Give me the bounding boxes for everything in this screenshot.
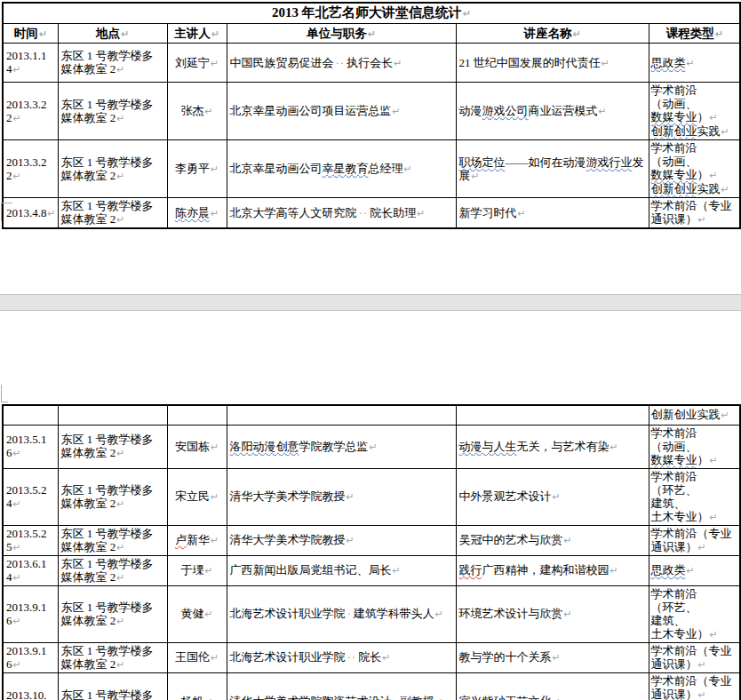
table-cell[interactable]: 卢新华↵ [167, 525, 227, 555]
table-cell[interactable]: 北海艺术设计职业学院··院长↵ [227, 642, 456, 672]
table-cell[interactable]: 动漫游戏公司商业运营模式↵ [456, 83, 649, 140]
table-cell[interactable]: 学术前沿（专业 通识课）↵ [649, 525, 740, 555]
table-cell[interactable]: 东区 1 号教学楼多 媒体教室 2↵ [58, 83, 167, 140]
column-header-2[interactable]: 主讲人↵ [167, 24, 227, 44]
table-cell[interactable]: 学术前沿（环艺、 建筑、土木专业）↵ [649, 585, 740, 642]
table-cell[interactable]: 中国民族贸易促进会··执行会长↵ [227, 44, 456, 83]
paragraph-mark-icon: ↵ [12, 659, 21, 671]
table-cell[interactable]: 中外景观艺术设计↵ [456, 468, 649, 525]
table-row: 2013.4.8↵东区 1 号教学楼多 媒体教室 2↵陈亦晨↵北京大学高等人文研… [3, 198, 740, 229]
table-cell[interactable]: 2013.1.1 4↵ [3, 44, 58, 83]
table-cell[interactable]: 洛阳动漫创意学院教学总监↵ [227, 425, 456, 468]
cell-paragraph: 21 世纪中国发展的时代责任↵ [459, 56, 646, 70]
table-cell[interactable]: 清华大学美术学院教授↵ [227, 468, 456, 525]
table-cell[interactable]: 陈亦晨↵ [167, 198, 227, 229]
table-cell[interactable]: 安国栋↵ [167, 425, 227, 468]
text-run: 环境艺术设计与欣赏 [459, 607, 563, 620]
cell-paragraph: 宜兴紫砂工艺文化↵ [459, 695, 646, 700]
table-cell[interactable]: 东区 1 号教学楼多 媒体教室 2↵ [58, 555, 167, 585]
table-cell[interactable]: 广西新闻出版局党组书记、局长↵ [227, 555, 456, 585]
table-cell[interactable]: 新学习时代↵ [456, 198, 649, 229]
table-cell[interactable]: 东区 1 号教学楼多 媒体教室 2↵ [58, 198, 167, 229]
margin-crop-mark-icon [1, 385, 8, 402]
table-cell[interactable]: 于瑮↵ [167, 555, 227, 585]
table-cell[interactable]: 21 世纪中国发展的时代责任↵ [456, 44, 649, 83]
table-cell[interactable]: 北京幸星动画公司项目运营总监↵ [227, 83, 456, 140]
table-cell[interactable]: 宜兴紫砂工艺文化↵ [456, 672, 649, 700]
lecture-table-page2: 创新创业实践↵2013.5.1 6↵东区 1 号教学楼多 媒体教室 2↵安国栋↵… [2, 404, 741, 700]
column-header-5[interactable]: 课程类型↵ [649, 24, 740, 44]
paragraph-mark-icon: ↵ [47, 208, 56, 219]
table-cell[interactable]: 东区 1 号教学楼多 媒体教室 2↵ [58, 525, 167, 555]
table-cell[interactable]: 李勇平↵ [167, 140, 227, 198]
paragraph-mark-icon: ↵ [462, 8, 471, 20]
table-cell[interactable]: 东区 1 号教学楼多 媒体教室 2↵ [58, 140, 167, 198]
table-cell[interactable]: 2013.5.1 6↵ [3, 425, 58, 468]
cell-paragraph: 动漫游戏公司商业运营模式↵ [459, 104, 646, 118]
table-cell[interactable]: 2013.5.2 4↵ [3, 468, 58, 525]
table-cell[interactable]: 2013.3.2 2↵ [3, 83, 58, 140]
table-cell[interactable]: 学术前沿（动画、 数媒专业）↵创新创业实践↵ [649, 83, 740, 140]
table-cell[interactable]: 学术前沿（专业 通识课）↵ [649, 198, 740, 229]
table-row: 2013.5.2 4↵东区 1 号教学楼多 媒体教室 2↵宋立民↵清华大学美术学… [3, 468, 740, 525]
table-cell[interactable]: 2013.5.2 5↵ [3, 525, 58, 555]
table-cell[interactable]: 2013.10. 14↵ [3, 672, 58, 700]
table-cell[interactable]: 2013.9.1 6↵ [3, 642, 58, 672]
table-cell[interactable]: 清华大学美术学院教授↵ [227, 525, 456, 555]
table-cell[interactable]: 教与学的十个关系↵ [456, 642, 649, 672]
column-header-0[interactable]: 时间↵ [3, 24, 58, 44]
table-cell[interactable]: 东区 1 号教学楼多 媒体教室 2↵ [58, 672, 167, 700]
table-cell[interactable]: 北京幸星动画公司幸星教育总经理↵ [227, 140, 456, 198]
cell-paragraph: 东区 1 号教学楼多 媒体教室 2↵ [61, 199, 164, 227]
table-cell[interactable]: 王国伦↵ [167, 642, 227, 672]
table-cell[interactable]: 东区 1 号教学楼多 媒体教室 2↵ [58, 44, 167, 83]
table-cell[interactable]: 环境艺术设计与欣赏↵ [456, 585, 649, 642]
text-run: 幸星教育 [323, 162, 369, 175]
table-cell[interactable]: 动漫与人生无关，与艺术有染↵ [456, 425, 649, 468]
table-cell[interactable]: 学术前沿（专业 通识课）↵学术前沿（产品 专业）↵ [649, 672, 740, 700]
table-cell[interactable]: 刘延宁↵ [167, 44, 227, 83]
table-title[interactable]: 2013 年北艺名师大讲堂信息统计↵ [3, 3, 740, 24]
cell-paragraph: 张杰↵ [171, 104, 224, 118]
table-cell[interactable]: 创新创业实践↵ [649, 405, 740, 425]
text-run: 学术前沿（动画、 [651, 426, 697, 453]
column-header-4[interactable]: 讲座名称↵ [456, 24, 649, 44]
table-cell[interactable]: 东区 1 号教学楼多 媒体教室 2↵ [58, 642, 167, 672]
table-cell[interactable]: 黄健↵ [167, 585, 227, 642]
table-cell[interactable]: 吴冠中的艺术与欣赏↵ [456, 525, 649, 555]
paragraph-mark-icon: ↵ [203, 565, 212, 577]
text-run: 数媒专业 [651, 168, 697, 181]
table-cell[interactable]: 职场定位——如何在动漫游戏行业发 展↵ [456, 140, 649, 198]
column-header-1[interactable]: 地点↵ [58, 24, 167, 44]
table-cell[interactable]: 清华大学美术学院陶瓷艺术设计·副教授↵ [227, 672, 456, 700]
table-cell[interactable]: 2013.9.1 6↵ [3, 585, 58, 642]
table-cell[interactable]: 学术前沿（专业 通识课）↵ [649, 642, 740, 672]
paragraph-mark-icon: ↵ [116, 64, 124, 76]
table-cell[interactable]: 杨帆↵ [167, 672, 227, 700]
table-cell[interactable]: 东区 1 号教学楼多 媒体教室 2↵ [58, 585, 167, 642]
table-cell[interactable] [227, 405, 456, 425]
table-cell[interactable]: 北海艺术设计职业学院·建筑学科带头人↵ [227, 585, 456, 642]
paragraph-mark-icon: ↵ [120, 28, 129, 40]
column-header-3[interactable]: 单位与职务↵ [227, 24, 456, 44]
table-cell[interactable] [58, 405, 167, 425]
table-cell[interactable]: 思政类↵ [649, 44, 740, 83]
table-cell[interactable]: 宋立民↵ [167, 468, 227, 525]
table-cell[interactable]: 学术前沿（动画、 数媒专业）↵创新创业实践↵ [649, 140, 740, 198]
table-cell[interactable]: 东区 1 号教学楼多 媒体教室 2↵ [58, 468, 167, 525]
table-cell[interactable]: 2013.3.2 2↵ [3, 140, 58, 198]
table-cell[interactable] [456, 405, 649, 425]
table-cell[interactable]: 思政类↵ [649, 555, 740, 585]
paragraph-mark-icon: ↵ [434, 609, 443, 620]
cell-paragraph: 学术前沿（动画、 数媒专业）↵ [651, 141, 739, 182]
table-cell[interactable]: 学术前沿（动画、 数媒专业）↵ [649, 425, 740, 468]
table-cell[interactable]: 践行广西精神，建构和谐校园↵ [456, 555, 649, 585]
table-cell[interactable]: 东区 1 号教学楼多 媒体教室 2↵ [58, 425, 167, 468]
table-cell[interactable] [167, 405, 227, 425]
table-cell[interactable]: 北京大学高等人文研究院··院长助理↵ [227, 198, 456, 229]
table-cell[interactable]: 学术前沿（环艺、 建筑、土木专业）↵ [649, 468, 740, 525]
table-cell[interactable] [3, 405, 58, 425]
cell-paragraph: 2013.3.2 2↵ [6, 155, 55, 183]
table-cell[interactable]: 2013.6.1 4↵ [3, 555, 58, 585]
table-cell[interactable]: 张杰↵ [167, 83, 227, 140]
